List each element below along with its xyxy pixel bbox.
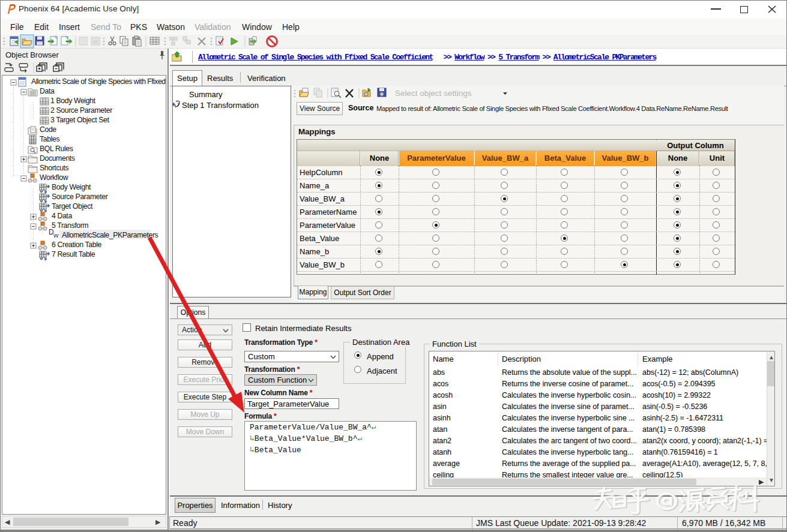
svg-text:Select object settings: Select object settings [395, 89, 472, 98]
